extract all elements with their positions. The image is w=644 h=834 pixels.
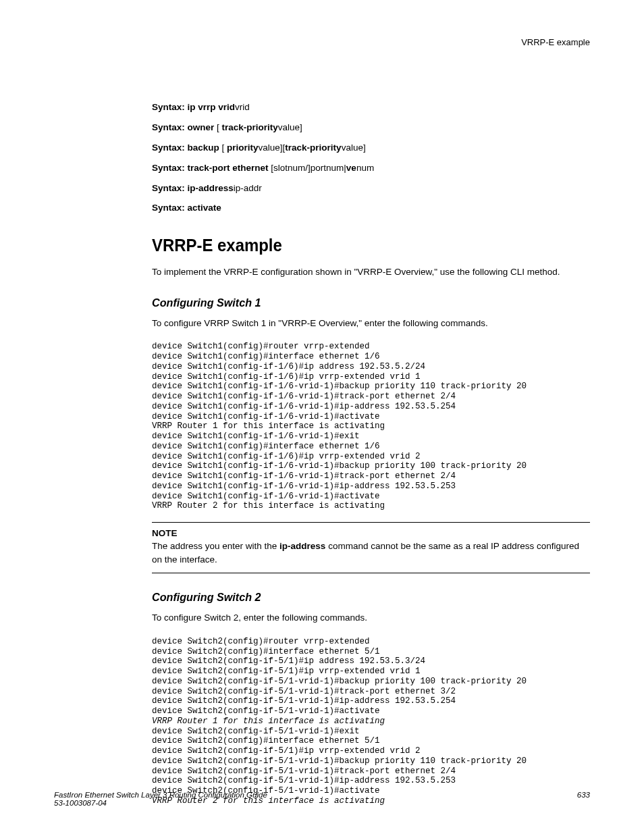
syntax-text: value] bbox=[342, 142, 366, 153]
subsection-title-1: Configuring Switch 1 bbox=[152, 296, 568, 310]
syntax-bold: Syntax: track-port ethernet bbox=[152, 163, 269, 173]
subsection-title-2: Configuring Switch 2 bbox=[152, 591, 568, 604]
code-plain: device Switch2(config)#router vrrp-exten… bbox=[152, 637, 527, 716]
footer-docnum: 53-1003087-04 bbox=[54, 799, 107, 807]
page-number: 633 bbox=[577, 791, 590, 799]
note-text-1: The address you enter with the bbox=[152, 541, 279, 551]
syntax-text: vrid bbox=[235, 102, 250, 112]
note-block: NOTE The address you enter with the ip-a… bbox=[152, 522, 590, 573]
syntax-line-6: Syntax: activate bbox=[152, 202, 590, 215]
running-header: VRRP-E example bbox=[521, 37, 590, 47]
page-footer: 633 FastIron Ethernet Switch Layer 3 Rou… bbox=[54, 791, 590, 807]
syntax-line-3: Syntax: backup [ priorityvalue][track-pr… bbox=[152, 142, 590, 155]
note-text: The address you enter with the ip-addres… bbox=[152, 540, 590, 566]
syntax-line-5: Syntax: ip-addressip-addr bbox=[152, 182, 590, 195]
subsection-intro-1: To configure VRRP Switch 1 in "VRRP-E Ov… bbox=[152, 317, 590, 330]
syntax-bold: ve bbox=[346, 163, 356, 173]
syntax-text: ip-addr bbox=[234, 183, 262, 193]
syntax-line-4: Syntax: track-port ethernet [slotnum/]po… bbox=[152, 162, 590, 175]
syntax-text: value][ bbox=[259, 142, 286, 153]
syntax-text: [slotnum/]portnum| bbox=[269, 163, 346, 173]
syntax-text: [ bbox=[219, 142, 227, 153]
section-intro: To implement the VRRP-E configuration sh… bbox=[152, 265, 590, 279]
syntax-bold: Syntax: activate bbox=[152, 203, 221, 213]
syntax-bold: priority bbox=[227, 142, 259, 153]
syntax-line-1: Syntax: ip vrrp vridvrid bbox=[152, 101, 590, 114]
note-label: NOTE bbox=[152, 528, 590, 538]
page-container: VRRP-E example Syntax: ip vrrp vridvrid … bbox=[0, 0, 644, 834]
section-title: VRRP-E example bbox=[152, 235, 555, 256]
syntax-bold: Syntax: ip vrrp vrid bbox=[152, 102, 235, 112]
code-plain: device Switch2(config-if-5/1-vrid-1)#exi… bbox=[152, 727, 527, 796]
syntax-bold: Syntax: owner bbox=[152, 122, 214, 132]
code-block-1: device Switch1(config)#router vrrp-exten… bbox=[152, 342, 590, 511]
syntax-text: [ bbox=[214, 122, 221, 132]
syntax-bold: track-priority bbox=[285, 142, 341, 153]
code-italic: VRRP Router 1 for this interface is acti… bbox=[152, 716, 385, 726]
syntax-text: value] bbox=[278, 122, 302, 132]
syntax-bold: Syntax: backup bbox=[152, 142, 219, 153]
subsection-intro-2: To configure Switch 2, enter the followi… bbox=[152, 611, 590, 625]
code-block-2: device Switch2(config)#router vrrp-exten… bbox=[152, 637, 590, 806]
syntax-bold: Syntax: ip-address bbox=[152, 183, 234, 193]
footer-title: FastIron Ethernet Switch Layer 3 Routing… bbox=[54, 791, 267, 799]
syntax-block: Syntax: ip vrrp vridvrid Syntax: owner [… bbox=[152, 101, 590, 215]
note-bold: ip-address bbox=[279, 541, 325, 551]
syntax-line-2: Syntax: owner [ track-priorityvalue] bbox=[152, 122, 590, 134]
syntax-text: num bbox=[356, 163, 374, 173]
syntax-bold: track-priority bbox=[222, 122, 278, 132]
